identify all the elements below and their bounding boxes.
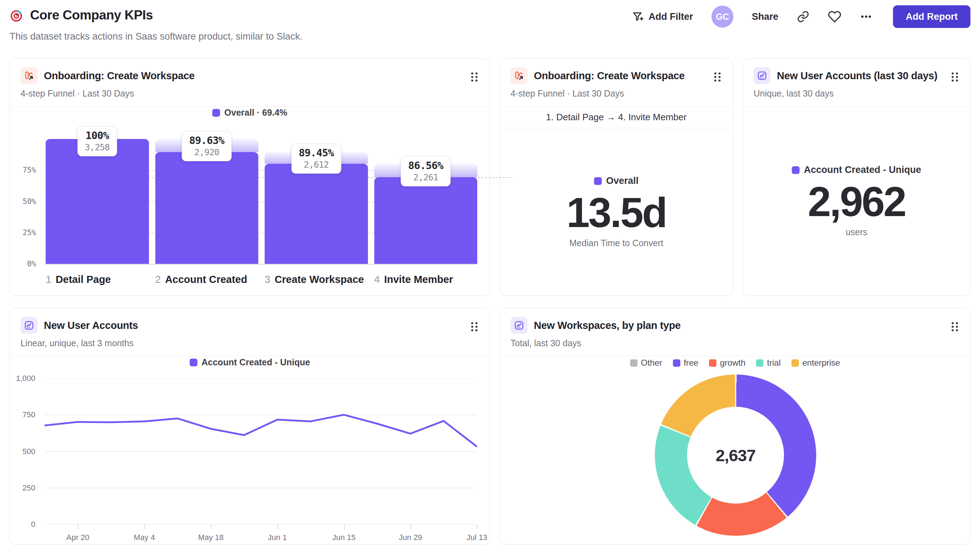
funnel-y-tick-label: 75% [13, 166, 36, 175]
funnel-bar[interactable] [374, 177, 477, 264]
legend-swatch [756, 359, 764, 367]
card-funnel: Onboarding: Create Workspace 4-step Funn… [10, 58, 490, 296]
more-options-icon[interactable] [860, 10, 872, 23]
metric-legend[interactable]: Overall [594, 175, 639, 186]
legend-label: trial [767, 358, 781, 368]
card-subtitle: Linear, unique, last 3 months [21, 338, 479, 348]
line-plot [45, 378, 477, 524]
funnel-bar-tooltip: 89.63%2,920 [182, 131, 232, 161]
donut-legend-item[interactable]: Other [630, 358, 662, 368]
line-legend[interactable]: Account Created - Unique [10, 357, 490, 367]
drag-handle-icon[interactable] [470, 321, 480, 333]
line-y-tick-label: 250 [10, 483, 35, 493]
funnel-y-axis: 75%50%25%0% [13, 139, 36, 264]
drag-handle-icon[interactable] [713, 71, 723, 83]
card-new-users-30d: New User Accounts (last 30 days) Unique,… [743, 58, 970, 296]
funnel-chart-icon [511, 67, 528, 84]
funnel-bar[interactable] [155, 152, 259, 264]
card-title: New User Accounts (last 30 days) [777, 70, 937, 82]
funnel-count-label: 2,920 [189, 147, 224, 157]
avatar[interactable]: GC [711, 6, 733, 28]
funnel-legend[interactable]: Overall · 69.4% [10, 108, 490, 118]
funnel-plot: 100%3,25889.63%2,92089.45%2,61286.56%2,2… [46, 139, 477, 264]
funnel-step-label: 3Create Workspace [265, 274, 364, 286]
line-x-tick [277, 524, 278, 529]
drag-handle-icon[interactable] [950, 71, 960, 83]
page-title: Core Company KPIs [30, 8, 153, 23]
line-x-tick-label: May 4 [134, 533, 155, 542]
line-x-tick [344, 524, 345, 529]
legend-label: Overall · 69.4% [224, 108, 287, 118]
funnel-step-label: 1Detail Page [46, 274, 111, 286]
legend-swatch [189, 359, 197, 367]
funnel-bar[interactable] [46, 139, 149, 264]
donut-legend-item[interactable]: free [673, 358, 698, 368]
add-filter-button[interactable]: Add Filter [632, 10, 693, 23]
donut-legend-item[interactable]: growth [709, 358, 745, 368]
legend-label: enterprise [802, 358, 840, 368]
legend-swatch [709, 359, 716, 367]
metric-legend[interactable]: Account Created - Unique [792, 164, 921, 175]
donut-chart[interactable]: 2,637 [655, 375, 816, 536]
insights-chart-icon [511, 317, 528, 334]
line-x-tick-label: Jun 29 [399, 533, 422, 542]
donut-total: 2,637 [716, 446, 756, 465]
funnel-pct-label: 89.63% [189, 134, 224, 146]
share-button[interactable]: Share [752, 11, 778, 22]
metric-caption: Median Time to Convert [569, 238, 663, 248]
funnel-step-label: 4Invite Member [374, 274, 453, 286]
metric-value: 2,962 [808, 179, 905, 225]
legend-label: Account Created - Unique [804, 164, 921, 175]
funnel-y-tick-label: 50% [13, 197, 36, 206]
funnel-bar-tooltip: 86.56%2,261 [401, 156, 451, 186]
metric-value: 13.5d [566, 190, 666, 236]
add-report-button[interactable]: Add Report [893, 5, 970, 28]
card-subtitle: Total, last 30 days [511, 338, 959, 348]
funnel-step-label: 2Account Created [155, 274, 247, 286]
page-subtitle: This dataset tracks actions in Saas soft… [10, 31, 302, 42]
legend-label: free [684, 358, 698, 368]
line-x-tick-label: Jun 15 [332, 533, 356, 542]
line-x-tick [477, 524, 477, 529]
dashboard-page: Core Company KPIs This dataset tracks ac… [0, 0, 980, 551]
card-time-to-convert: Onboarding: Create Workspace 4-step Funn… [500, 58, 733, 296]
donut-legend-item[interactable]: trial [756, 358, 781, 368]
funnel-bar[interactable] [265, 164, 368, 264]
funnel-count-label: 2,612 [299, 159, 334, 170]
funnel-gridline [46, 264, 477, 265]
line-x-tick [144, 524, 145, 529]
metric-caption: users [846, 227, 867, 237]
funnel-chart-icon [21, 67, 38, 84]
funnel-range-strip: 1. Detail Page → 4. Invite Member [500, 106, 733, 129]
drag-handle-icon[interactable] [950, 321, 960, 333]
funnel-bar-tooltip: 89.45%2,612 [291, 144, 341, 174]
copy-link-icon[interactable] [797, 10, 810, 23]
donut-legend: Otherfreegrowthtrialenterprise [500, 358, 970, 368]
drag-handle-icon[interactable] [470, 71, 480, 83]
funnel-y-tick-label: 0% [13, 260, 36, 268]
favorite-heart-icon[interactable] [828, 10, 841, 23]
card-title: New Workspaces, by plan type [534, 320, 681, 331]
line-y-tick-label: 750 [10, 410, 35, 419]
line-x-tick-label: Jun 1 [268, 533, 287, 542]
donut-legend-item[interactable]: enterprise [791, 358, 840, 368]
donut-hole: 2,637 [687, 407, 784, 503]
line-y-tick-label: 500 [10, 447, 35, 456]
legend-label: Overall [606, 175, 639, 186]
line-x-tick-label: May 18 [198, 533, 224, 542]
legend-label: Other [641, 358, 662, 368]
funnel-bar-tooltip: 100%3,258 [78, 126, 117, 156]
funnel-pct-label: 100% [85, 129, 110, 141]
line-y-tick-label: 0 [10, 520, 35, 529]
line-x-axis: Apr 20May 4May 18Jun 1Jun 15Jun 29Jul 13 [45, 524, 477, 545]
card-new-users-trend: New User Accounts Linear, unique, last 3… [10, 308, 490, 545]
legend-label: growth [720, 358, 745, 368]
card-subtitle: 4-step Funnel · Last 30 Days [511, 89, 722, 98]
card-title: Onboarding: Create Workspace [534, 70, 684, 82]
filter-plus-icon [632, 10, 644, 23]
line-x-tick-label: Apr 20 [67, 533, 89, 542]
line-x-tick [211, 524, 212, 529]
line-x-tick [410, 524, 411, 529]
legend-swatch [212, 109, 220, 117]
card-title: Onboarding: Create Workspace [44, 70, 194, 82]
